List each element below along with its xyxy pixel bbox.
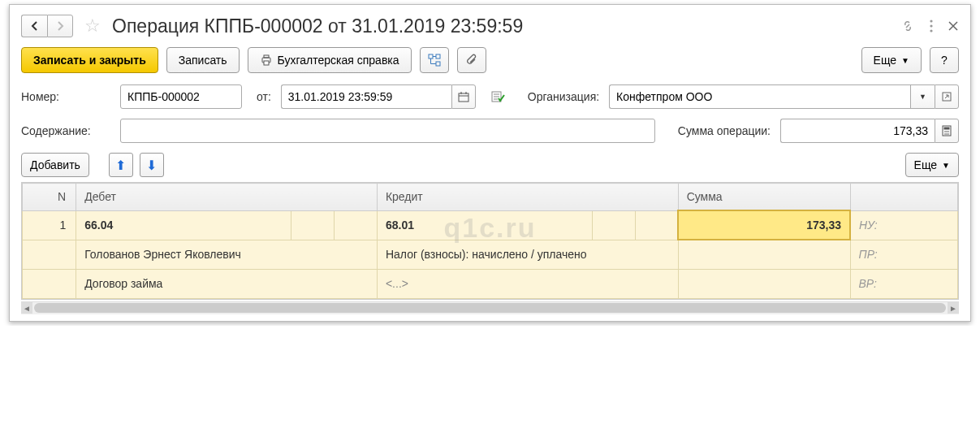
- nav-back-button[interactable]: [21, 15, 47, 37]
- svg-rect-4: [264, 55, 269, 58]
- cell-n-blank: [23, 269, 76, 298]
- tree-button[interactable]: [420, 47, 449, 73]
- cell-debit-acc[interactable]: 66.04: [76, 210, 291, 240]
- arrow-right-icon: [54, 20, 66, 32]
- scroll-right-icon[interactable]: ►: [948, 302, 959, 314]
- org-label: Организация:: [528, 90, 599, 103]
- cell-debit-sub2[interactable]: Договор займа: [76, 269, 378, 298]
- number-label: Номер:: [21, 90, 110, 103]
- toolbar: Записать и закрыть Записать Бухгалтерска…: [21, 47, 959, 73]
- cell-n[interactable]: 1: [23, 210, 76, 240]
- chevron-down-icon: ▼: [942, 161, 950, 170]
- number-input[interactable]: [120, 84, 242, 109]
- cell-credit-q[interactable]: [592, 210, 635, 240]
- print-label: Бухгалтерская справка: [278, 54, 399, 67]
- col-side[interactable]: [850, 184, 958, 211]
- printer-icon: [260, 54, 273, 67]
- move-down-button[interactable]: ⬇: [140, 153, 164, 177]
- svg-point-15: [946, 131, 948, 132]
- save-button[interactable]: Записать: [166, 47, 240, 73]
- calc-button[interactable]: [935, 119, 959, 143]
- cell-credit-c[interactable]: [635, 210, 678, 240]
- svg-point-17: [944, 133, 946, 135]
- star-icon[interactable]: ☆: [84, 15, 101, 37]
- content-input[interactable]: [120, 119, 655, 143]
- col-sum[interactable]: Сумма: [678, 184, 850, 211]
- svg-point-0: [930, 19, 932, 22]
- date-input-group: [281, 84, 476, 109]
- calendar-icon: [458, 91, 469, 102]
- cell-sum-blank[interactable]: [678, 240, 850, 269]
- scroll-left-icon[interactable]: ◄: [21, 302, 32, 314]
- cell-debit-q[interactable]: [291, 210, 335, 240]
- cell-sum[interactable]: 173,33: [678, 210, 850, 240]
- cell-sum-blank[interactable]: [678, 269, 850, 298]
- cell-credit-acc[interactable]: 68.01: [377, 210, 592, 240]
- col-n[interactable]: N: [23, 184, 76, 211]
- arrow-left-icon: [29, 20, 41, 32]
- calendar-button[interactable]: [451, 84, 476, 109]
- form-row-2: Содержание: Сумма операции:: [21, 119, 959, 143]
- table-actions: Добавить ⬆ ⬇ Еще ▼: [21, 153, 959, 177]
- svg-point-16: [948, 131, 949, 132]
- window-header: ☆ Операция КППБ-000002 от 31.01.2019 23:…: [21, 15, 959, 37]
- svg-point-2: [930, 29, 932, 32]
- save-close-button[interactable]: Записать и закрыть: [21, 47, 158, 73]
- svg-rect-13: [944, 128, 950, 130]
- table-row[interactable]: Договор займа <...> ВР:: [23, 269, 958, 298]
- date-input[interactable]: [281, 84, 451, 109]
- svg-point-18: [946, 133, 948, 135]
- date-label: от:: [257, 90, 271, 103]
- close-icon[interactable]: [948, 20, 959, 32]
- cell-n-blank: [23, 240, 76, 269]
- attach-button[interactable]: [457, 47, 486, 73]
- svg-rect-5: [264, 61, 269, 65]
- more-button[interactable]: Еще ▼: [861, 47, 922, 73]
- tree-icon: [427, 53, 442, 67]
- calculator-icon: [942, 125, 952, 136]
- table-row[interactable]: Голованов Эрнест Яковлевич Налог (взносы…: [23, 240, 958, 269]
- svg-point-14: [944, 131, 946, 132]
- cell-credit-sub2[interactable]: <...>: [377, 269, 678, 298]
- table-header-row: N Дебет Кредит Сумма: [23, 184, 958, 211]
- org-open-button[interactable]: [935, 84, 959, 109]
- chevron-down-icon: ▼: [901, 56, 909, 65]
- horizontal-scrollbar[interactable]: ◄ ►: [21, 301, 959, 314]
- cell-debit-c[interactable]: [334, 210, 377, 240]
- cell-side-pr[interactable]: ПР:: [850, 240, 958, 269]
- svg-rect-6: [429, 54, 433, 58]
- nav-forward-button[interactable]: [47, 15, 73, 37]
- form-row-1: Номер: от: Организация: ▼: [21, 84, 959, 109]
- help-button[interactable]: ?: [930, 47, 959, 73]
- table-row[interactable]: 1 66.04 68.01 173,33 НУ:: [23, 210, 958, 240]
- org-input[interactable]: [609, 84, 910, 109]
- cell-credit-sub1[interactable]: Налог (взносы): начислено / уплачено: [377, 240, 678, 269]
- cell-side-vr[interactable]: ВР:: [850, 269, 958, 298]
- table-more-button[interactable]: Еще ▼: [905, 153, 959, 177]
- posted-icon: [490, 89, 505, 104]
- content-label: Содержание:: [21, 124, 110, 137]
- col-debit[interactable]: Дебет: [76, 184, 378, 211]
- org-input-group: ▼: [609, 84, 959, 109]
- col-credit[interactable]: Кредит: [377, 184, 678, 211]
- cell-debit-sub1[interactable]: Голованов Эрнест Яковлевич: [76, 240, 378, 269]
- nav-group: [21, 15, 73, 37]
- move-up-button[interactable]: ⬆: [109, 153, 133, 177]
- open-icon: [942, 92, 952, 102]
- more-label: Еще: [914, 158, 938, 171]
- kebab-icon[interactable]: [930, 19, 933, 33]
- svg-point-1: [930, 24, 932, 27]
- add-button[interactable]: Добавить: [21, 153, 89, 177]
- scroll-thumb[interactable]: [34, 303, 946, 313]
- page-title: Операция КППБ-000002 от 31.01.2019 23:59…: [112, 15, 894, 37]
- svg-rect-9: [459, 93, 468, 102]
- chevron-down-icon: ▼: [919, 93, 926, 101]
- org-dropdown-button[interactable]: ▼: [910, 84, 935, 109]
- arrow-up-icon: ⬆: [115, 158, 126, 173]
- cell-side-nu[interactable]: НУ:: [850, 210, 958, 240]
- sum-input[interactable]: [780, 119, 935, 143]
- print-button[interactable]: Бухгалтерская справка: [248, 47, 412, 73]
- link-icon[interactable]: [900, 19, 915, 33]
- entries-table: N Дебет Кредит Сумма 1 66.04 68.01 173,3…: [21, 182, 959, 300]
- header-right: [900, 19, 959, 33]
